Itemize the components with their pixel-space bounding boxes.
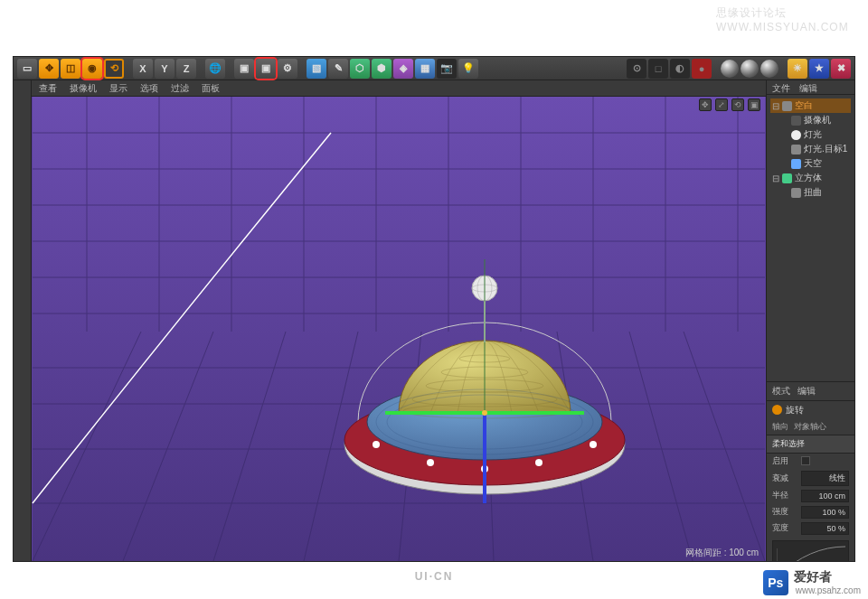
- nav-orbit-icon[interactable]: ⟲: [731, 98, 744, 111]
- render-settings-button[interactable]: ⚙: [278, 59, 297, 79]
- camera-menu-item[interactable]: 摄像机: [70, 82, 97, 95]
- viewport-nav-icons: ✥ ⤢ ⟲ ▣: [699, 98, 760, 111]
- tree-item[interactable]: 天空: [770, 156, 851, 171]
- tree-item[interactable]: 灯光: [770, 127, 851, 142]
- app-window: ▭ ✥ ◫ ◉ ⟲ X Y Z 🌐 ▣ ▣ ⚙ ▧ ✎ ⬡ ⬢ ◈ ▦ 📷 💡 …: [13, 56, 855, 562]
- spline-button[interactable]: ✎: [328, 59, 348, 79]
- object-icon: [791, 145, 801, 154]
- tree-item[interactable]: 摄像机: [770, 113, 851, 127]
- center-column: 查看 摄像机 显示 选项 过滤 面板 ✥ ⤢ ⟲ ▣: [32, 80, 766, 561]
- attr-row: 半径100 cm: [767, 488, 854, 504]
- display-menu-item[interactable]: 显示: [109, 82, 127, 95]
- svg-point-32: [373, 441, 380, 448]
- attr-value[interactable]: 100 cm: [801, 490, 849, 502]
- checkbox[interactable]: [801, 456, 810, 465]
- svg-point-35: [535, 459, 542, 466]
- subtab-axis[interactable]: 轴向: [772, 421, 788, 433]
- object-panel-tabs: 文件 编辑: [767, 80, 854, 95]
- tree-label: 灯光.目标1: [804, 143, 847, 155]
- main-area: 查看 摄像机 显示 选项 过滤 面板 ✥ ⤢ ⟲ ▣: [14, 80, 854, 561]
- attr-tab-mode[interactable]: 模式: [772, 385, 790, 398]
- attr-header: 旋转: [767, 401, 854, 419]
- tab-edit[interactable]: 编辑: [799, 82, 817, 92]
- panel-menu-item[interactable]: 面板: [202, 82, 220, 95]
- object-icon: [791, 159, 801, 169]
- viewport[interactable]: ✥ ⤢ ⟲ ▣: [32, 97, 766, 561]
- attr-value[interactable]: 50 %: [801, 522, 849, 535]
- ps-logo-icon: Ps: [763, 570, 788, 595]
- attr-tab-edit[interactable]: 编辑: [797, 385, 816, 398]
- watermark-center: UI·CN: [415, 570, 454, 583]
- nav-pan-icon[interactable]: ✥: [699, 98, 712, 111]
- attr-section-header: 柔和选择: [767, 435, 854, 454]
- tab-file[interactable]: 文件: [772, 82, 790, 92]
- axis-y-button[interactable]: Y: [155, 59, 175, 79]
- rotate-tool[interactable]: ◉: [82, 59, 102, 79]
- display-2-button[interactable]: □: [648, 59, 668, 79]
- coord-world-button[interactable]: 🌐: [205, 59, 225, 79]
- watermark-bottom-right: Ps 爱好者 www.psahz.com: [763, 569, 861, 595]
- falloff-curve[interactable]: [772, 540, 849, 562]
- object-icon: [782, 101, 792, 111]
- layout-2-button[interactable]: ★: [809, 59, 829, 79]
- attr-label: 衰减: [772, 473, 801, 484]
- expand-icon[interactable]: ⊟: [772, 101, 779, 111]
- tree-item[interactable]: 灯光.目标1: [770, 142, 851, 156]
- object-tree[interactable]: ⊟空白摄像机灯光灯光.目标1天空⊟立方体扭曲: [767, 95, 854, 201]
- tree-item[interactable]: 扭曲: [770, 185, 851, 200]
- filter-menu-item[interactable]: 过滤: [171, 82, 189, 95]
- attr-tabs: 模式 编辑: [767, 382, 854, 401]
- attr-value[interactable]: 100 %: [801, 506, 849, 519]
- material-sphere-1[interactable]: [721, 60, 739, 78]
- select-tool[interactable]: ▭: [17, 59, 37, 79]
- watermark-br-text: 爱好者: [794, 569, 861, 585]
- render-button[interactable]: ▣: [234, 59, 254, 79]
- deformer-button[interactable]: ◈: [393, 59, 413, 79]
- generator2-button[interactable]: ⬢: [372, 59, 392, 79]
- attr-label: 强度: [772, 506, 801, 518]
- axis-z-button[interactable]: Z: [176, 59, 196, 79]
- object-icon: [791, 130, 801, 140]
- axis-x-button[interactable]: X: [133, 59, 153, 79]
- tree-label: 空白: [795, 99, 813, 112]
- nav-zoom-icon[interactable]: ⤢: [715, 98, 728, 111]
- material-sphere-3[interactable]: [760, 60, 778, 78]
- rotate-icon: [772, 405, 782, 415]
- primitive-button[interactable]: ▧: [307, 59, 326, 79]
- expand-icon[interactable]: ⊟: [772, 173, 779, 183]
- tree-label: 扭曲: [804, 186, 822, 199]
- attr-label: 半径: [772, 490, 801, 501]
- viewport-footer-text: 网格间距 : 100 cm: [685, 547, 759, 559]
- attr-row: 强度100 %: [767, 504, 854, 520]
- view-menu-item[interactable]: 查看: [39, 82, 57, 95]
- watermark-top: 思缘设计论坛 WWW.MISSYUAN.COM: [716, 5, 868, 33]
- tree-item[interactable]: ⊟空白: [770, 98, 851, 113]
- attr-value[interactable]: 线性: [801, 471, 849, 486]
- generator-button[interactable]: ⬡: [350, 59, 370, 79]
- display-1-button[interactable]: ⊙: [627, 59, 646, 79]
- last-tool[interactable]: ⟲: [104, 59, 124, 79]
- nav-max-icon[interactable]: ▣: [748, 98, 760, 111]
- svg-point-36: [590, 441, 597, 448]
- move-tool[interactable]: ✥: [39, 59, 59, 79]
- tree-label: 天空: [804, 157, 822, 170]
- record-button[interactable]: ●: [692, 59, 712, 79]
- material-sphere-2[interactable]: [741, 60, 759, 78]
- camera-button[interactable]: 📷: [437, 59, 457, 79]
- svg-point-33: [427, 459, 434, 466]
- light-button[interactable]: 💡: [458, 59, 478, 79]
- svg-point-52: [482, 410, 487, 416]
- layout-1-button[interactable]: ☀: [788, 59, 807, 79]
- attr-row: 衰减线性: [767, 469, 854, 488]
- layout-3-button[interactable]: ✖: [831, 59, 851, 79]
- subtab-center[interactable]: 对象轴心: [794, 421, 826, 433]
- display-3-button[interactable]: ◐: [670, 59, 690, 79]
- attr-row: 启用: [767, 454, 854, 469]
- tree-item[interactable]: ⊟立方体: [770, 171, 851, 185]
- tree-label: 摄像机: [804, 114, 831, 126]
- options-menu-item[interactable]: 选项: [140, 82, 158, 95]
- object-icon: [791, 116, 801, 126]
- environment-button[interactable]: ▦: [415, 59, 435, 79]
- render-region-button[interactable]: ▣: [256, 59, 276, 79]
- scale-tool[interactable]: ◫: [61, 59, 80, 79]
